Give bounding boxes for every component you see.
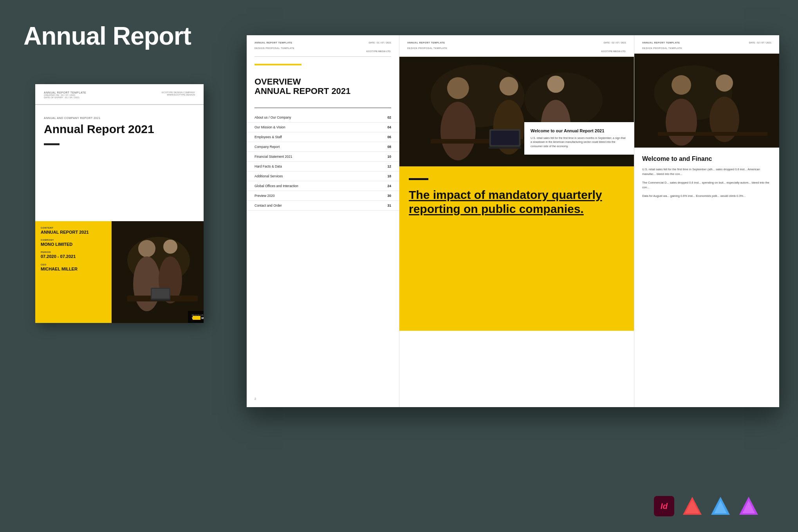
toc-item-label: Additional Services [255, 174, 283, 178]
yellow-accent-dot [193, 316, 200, 320]
overview-heading-line2: ANNUAL REPORT 2021 [255, 87, 391, 96]
svg-rect-21 [489, 147, 522, 149]
toc-item-num: 04 [388, 125, 391, 129]
right-page-content: Welcome to and Financ U.S. retail sales … [634, 148, 779, 407]
toc-item-num: 18 [388, 174, 391, 178]
spread-date: DATE : 01 / 07 / 2021 [367, 41, 391, 44]
booklet-cover: ANNUAL REPORT TEMPLATE CREATED ON : 01 /… [35, 84, 204, 323]
toc-item-label: Global Offices and Interaction [255, 184, 298, 188]
black-accent-bar [409, 178, 428, 180]
middle-page: ANNUAL REPORT TEMPLATE DESIGN PROPOSAL T… [399, 35, 634, 407]
spread-left-header: ANNUAL REPORT TEMPLATE DESIGN PROPOSAL T… [247, 35, 399, 56]
finance-text-2: The Commercial D... sales dropped 0.6 in… [642, 180, 771, 190]
yellow-impact-section: The impact of mandatory quarterly report… [399, 166, 634, 331]
acrobat-icon [682, 496, 702, 516]
toc-item: About us / Our Company02 [247, 113, 399, 123]
affinity-publisher-icon [738, 496, 759, 516]
toc-list: About us / Our Company02Our Mission & Vi… [247, 113, 399, 211]
toc-item-label: Preview 2020 [255, 194, 275, 198]
overview-title-section: OVERVIEW ANNUAL REPORT 2021 [247, 73, 399, 108]
page-number: 2 [255, 397, 256, 400]
software-icons-bar: Id [654, 496, 759, 516]
cover-image: REACH US WWW.MONO-STUDIO.COM [112, 221, 204, 323]
right-page-image [634, 54, 779, 148]
toc-top-divider [255, 108, 391, 108]
svg-point-14 [441, 102, 476, 161]
toc-item: Contact and Order31 [247, 201, 399, 211]
svg-rect-22 [491, 131, 519, 145]
toc-item: Additional Services18 [247, 171, 399, 181]
middle-image-area: Welcome to our Annual Report 2021 U.S. r… [399, 57, 634, 166]
right-image-content [634, 54, 779, 148]
welcome-finance-title: Welcome to and Financ [642, 155, 771, 162]
toc-item-label: Our Mission & Vision [255, 125, 285, 129]
toc-item-num: 30 [388, 194, 391, 198]
spread-right-header: ANNUAL REPORT TEMPLATE DESIGN PROPOSAL T… [634, 35, 779, 54]
spread-left-divider [255, 56, 391, 57]
toc-page: ANNUAL REPORT TEMPLATE DESIGN PROPOSAL T… [247, 35, 399, 407]
toc-item-num: 24 [388, 184, 391, 188]
spread-right-date: DATE : 02 / 07 / 2021 [749, 41, 771, 44]
svg-point-3 [133, 256, 161, 311]
spread-mid-company: ECOTYPE MEDIA LTD. [601, 50, 626, 52]
finance-text-3: Data for August wa... gaining 0.6% inst.… [642, 194, 771, 198]
yellow-accent-bar [255, 64, 302, 65]
toc-item: Our Mission & Vision04 [247, 123, 399, 132]
spread-right-design: DESIGN PROPOSAL TEMPLATE [642, 47, 682, 49]
spread-middle-header: ANNUAL REPORT TEMPLATE DESIGN PROPOSAL T… [399, 35, 634, 57]
period-label: PERIOD [41, 251, 106, 253]
svg-rect-9 [152, 289, 169, 298]
page-title: Annual Report [23, 22, 191, 50]
svg-point-13 [447, 77, 469, 99]
toc-item: Preview 202030 [247, 191, 399, 201]
booklet-header: ANNUAL REPORT TEMPLATE CREATED ON : 01 /… [35, 84, 204, 105]
svg-point-17 [547, 76, 564, 93]
svg-point-2 [138, 240, 155, 257]
ceo-value: MICHAEL MILLER [41, 267, 106, 272]
toc-item: Financial Statement 202110 [247, 152, 399, 162]
svg-point-27 [716, 74, 733, 92]
ceo-label: CEO [41, 263, 106, 266]
toc-item-label: Employees & Staff [255, 135, 282, 139]
toc-item-label: About us / Our Company [255, 115, 291, 119]
content-label: CONTENT [41, 227, 106, 229]
toc-item-num: 31 [388, 204, 391, 207]
template-label: ANNUAL REPORT TEMPLATE [44, 91, 86, 94]
overview-heading-line1: OVERVIEW [255, 77, 391, 87]
toc-item-num: 10 [388, 155, 391, 159]
toc-item: Hard Facts & Data12 [247, 162, 399, 171]
spread-design-label: DESIGN PROPOSAL TEMPLATE [255, 47, 294, 49]
svg-point-25 [672, 75, 691, 95]
spread-mid-date: DATE : 02 / 07 / 2021 [601, 41, 626, 44]
toc-item: Employees & Staff06 [247, 132, 399, 142]
accent-bar [44, 143, 60, 145]
toc-item-num: 08 [388, 145, 391, 149]
spread-template-label: ANNUAL REPORT TEMPLATE [255, 41, 294, 44]
welcome-title: Welcome to our Annual Report 2021 [531, 128, 628, 133]
annual-company-label: ANNUAL AND COMPANY REPORT 2021 [44, 117, 195, 119]
right-page: ANNUAL REPORT TEMPLATE DESIGN PROPOSAL T… [634, 35, 779, 407]
toc-item-num: 02 [388, 115, 391, 119]
svg-point-15 [500, 77, 518, 96]
welcome-card: Welcome to our Annual Report 2021 U.S. r… [524, 122, 634, 155]
company-label: COMPANY [41, 239, 106, 241]
spread-mid-design: DESIGN PROPOSAL TEMPLATE [407, 47, 447, 49]
yellow-info-box: CONTENT ANNUAL REPORT 2021 COMPANY MONO … [35, 221, 112, 323]
annual-report-title: Annual Report 2021 [44, 123, 195, 135]
impact-heading: The impact of mandatory quarterly report… [409, 188, 625, 216]
content-value: ANNUAL REPORT 2021 [41, 230, 106, 235]
toc-item: Global Offices and Interaction24 [247, 181, 399, 191]
svg-point-4 [163, 240, 177, 254]
company-website: WWW.ECOTYPE.DESIGN [162, 94, 195, 96]
period-value: 07.2020 - 07.2021 [41, 254, 106, 259]
toc-item: Company Report08 [247, 142, 399, 152]
spread-company-right: ECOTYPE MEDIA LTD. [367, 50, 391, 52]
finance-text-1: U.S. retail sales fell for the first tim… [642, 167, 771, 177]
toc-item-label: Hard Facts & Data [255, 164, 282, 168]
spread-right-template: ANNUAL REPORT TEMPLATE [642, 41, 682, 44]
indesign-icon: Id [654, 496, 674, 516]
svg-rect-29 [658, 132, 767, 136]
spread-mid-template: ANNUAL REPORT TEMPLATE [407, 41, 447, 44]
svg-point-26 [666, 99, 697, 146]
toc-item-label: Company Report [255, 145, 280, 149]
